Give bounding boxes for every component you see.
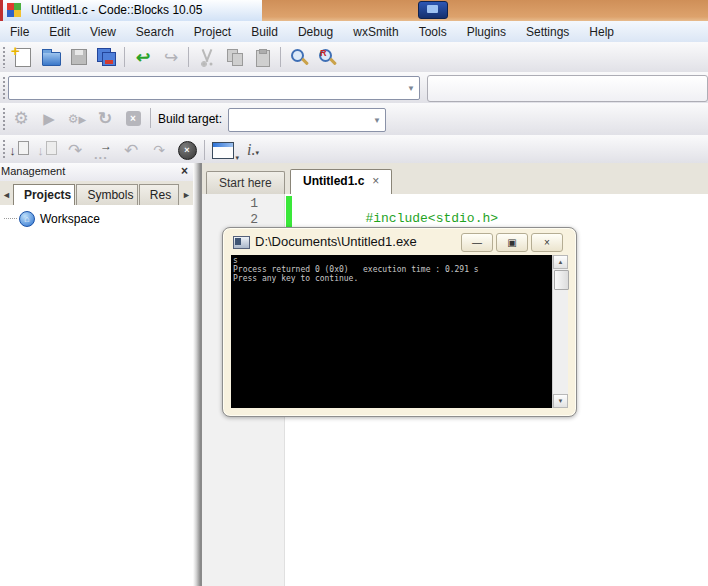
console-window-controls: — ▣ × (458, 233, 563, 252)
scroll-down-icon[interactable]: ▼ (553, 394, 568, 408)
redo-button: ↪ (158, 45, 184, 69)
build-target-label: Build target: (158, 112, 222, 126)
tree-item-workspace[interactable]: ⌂ Workspace (4, 211, 100, 227)
build-gear-icon: ⚙ (13, 110, 28, 127)
terminal-line: Press any key to continue. (233, 274, 551, 283)
tab-untitled1[interactable]: Untitled1.c× (290, 169, 392, 194)
close-icon[interactable]: × (181, 164, 188, 178)
tree-connector (4, 218, 17, 220)
next-line-button: ↷ (62, 138, 88, 162)
toolbar-separator (150, 108, 151, 128)
build-and-run-button: ⚙▶ (64, 106, 90, 130)
minimize-button[interactable]: — (461, 233, 493, 252)
open-file-button[interactable] (38, 45, 64, 69)
tab-projects[interactable]: Projects (13, 184, 76, 206)
menu-project[interactable]: Project (184, 22, 241, 42)
scrollbar-thumb[interactable] (554, 270, 569, 290)
line-number: 1 (202, 196, 258, 211)
code-completion-combo[interactable]: ▼ (8, 76, 420, 100)
replace-button[interactable]: R (314, 45, 340, 69)
menu-search[interactable]: Search (126, 22, 184, 42)
rebuild-button: ↻ (92, 106, 118, 130)
menu-file[interactable]: File (0, 22, 39, 42)
new-file-icon: + (15, 48, 31, 67)
toolbar-gripper[interactable] (2, 76, 6, 99)
toolbar-separator (124, 47, 125, 67)
next-instruction-icon: ↷ (153, 143, 165, 157)
management-tabbar: ◄ Projects Symbols Res ► (0, 181, 193, 206)
toolbar-separator (280, 47, 281, 67)
run-to-cursor-icon: ↓ (37, 141, 57, 159)
save-all-button[interactable] (94, 45, 120, 69)
tab-untitled1-label: Untitled1.c (303, 174, 364, 188)
run-play-icon: ▶ (43, 111, 55, 126)
debug-info-button[interactable]: i.▾ (240, 138, 266, 162)
menu-settings[interactable]: Settings (516, 22, 579, 42)
rebuild-icon: ↻ (98, 110, 112, 127)
menu-plugins[interactable]: Plugins (457, 22, 516, 42)
console-app-icon (233, 236, 250, 249)
toolbar-gripper[interactable] (2, 107, 6, 131)
run-to-cursor-button: ↓ (34, 138, 60, 162)
debugging-windows-icon: ▾ (212, 142, 234, 159)
save-all-icon (97, 48, 117, 66)
tab-close-icon[interactable]: × (372, 174, 379, 188)
menu-tools[interactable]: Tools (409, 22, 457, 42)
tab-scroll-right-icon[interactable]: ► (180, 190, 193, 205)
tab-scroll-left-icon[interactable]: ◄ (0, 190, 13, 205)
scroll-up-icon[interactable]: ▲ (553, 255, 568, 269)
menu-help[interactable]: Help (579, 22, 624, 42)
workspace-label: Workspace (40, 212, 100, 226)
menu-wxsmith[interactable]: wxSmith (343, 22, 408, 42)
step-out-button: ↶ (118, 138, 144, 162)
overlay-app-icon[interactable] (418, 1, 448, 19)
debugging-windows-button[interactable]: ▾ (210, 138, 236, 162)
undo-button[interactable]: ↩ (130, 45, 156, 69)
management-panel: Management × ◄ Projects Symbols Res ► ⌂ … (0, 163, 194, 586)
menu-edit[interactable]: Edit (39, 22, 80, 42)
open-folder-icon (42, 52, 61, 66)
tab-start-here[interactable]: Start here (206, 171, 285, 194)
build-and-run-icon: ⚙▶ (68, 109, 86, 127)
run-button: ▶ (36, 106, 62, 130)
scissors-icon (198, 48, 216, 66)
tab-resources[interactable]: Res (139, 184, 179, 205)
window-titlebar[interactable]: Untitled1.c - Code::Blocks 10.05 (0, 0, 708, 21)
next-instruction-button: ↷ (146, 138, 172, 162)
menu-build[interactable]: Build (241, 22, 288, 42)
step-out-icon: ↶ (124, 142, 138, 159)
projects-tree: ⌂ Workspace (0, 205, 193, 586)
find-button[interactable] (286, 45, 312, 69)
editor-tabbar: Start here Untitled1.c× (202, 163, 708, 195)
menu-view[interactable]: View (80, 22, 126, 42)
menu-debug[interactable]: Debug (288, 22, 343, 42)
chevron-down-icon[interactable]: ▼ (407, 84, 415, 93)
toolbar-gripper[interactable] (2, 46, 6, 68)
codeblocks-app-icon (7, 3, 21, 17)
terminal-scrollbar[interactable]: ▲ ▼ (552, 255, 568, 408)
close-button[interactable]: × (531, 233, 563, 252)
main-toolbar: + ↩ ↪ (0, 42, 708, 73)
terminal-output[interactable]: s Process returned 0 (0x0) execution tim… (231, 255, 568, 408)
secondary-toolbar-field[interactable] (427, 75, 708, 102)
abort-icon: × (126, 111, 141, 126)
tab-symbols[interactable]: Symbols (76, 184, 137, 205)
terminal-line: s (233, 256, 551, 265)
stop-debugger-button[interactable]: × (174, 138, 200, 162)
management-title: Management (1, 165, 65, 177)
console-window[interactable]: D:\Documents\Untitled1.exe — ▣ × s Proce… (222, 227, 577, 417)
maximize-button[interactable]: ▣ (496, 233, 528, 252)
abort-button: × (120, 106, 146, 130)
new-file-button[interactable]: + (10, 45, 36, 69)
management-caption[interactable]: Management × (0, 163, 193, 182)
panel-splitter[interactable] (193, 163, 200, 586)
titlebar-left-edge (0, 0, 3, 21)
terminal-line: Process returned 0 (0x0) execution time … (233, 265, 551, 274)
debug-continue-button[interactable]: ↓ (6, 138, 32, 162)
info-icon: i.▾ (247, 141, 259, 159)
chevron-down-icon[interactable]: ▼ (373, 116, 381, 125)
console-title: D:\Documents\Untitled1.exe (255, 234, 417, 249)
workspace-icon: ⌂ (19, 211, 35, 227)
change-bar (286, 196, 292, 228)
build-target-combo[interactable]: ▼ (228, 108, 386, 132)
